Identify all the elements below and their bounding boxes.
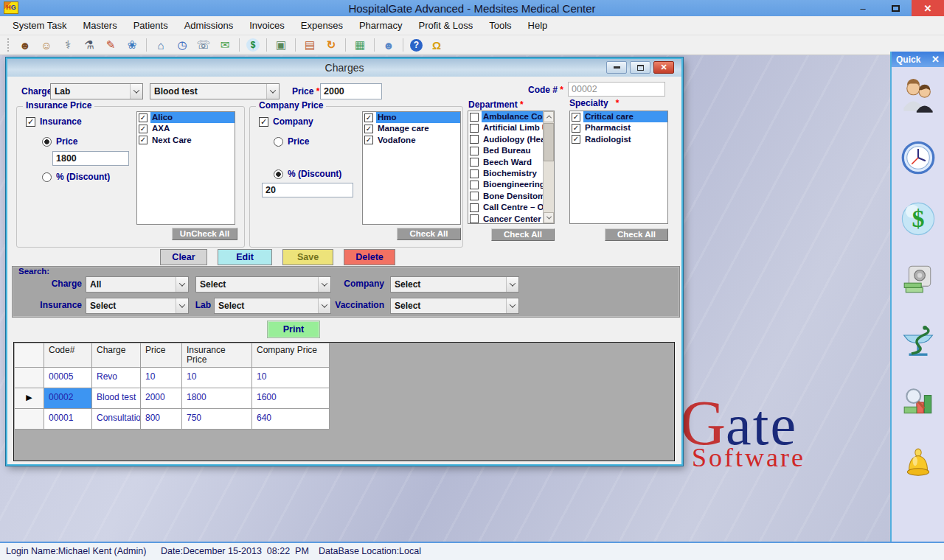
minimize-button[interactable]: – bbox=[847, 0, 879, 16]
chevron-down-icon[interactable] bbox=[318, 298, 330, 313]
specialty-listbox[interactable]: ✓Critical care ✓Pharmacist ✓Radiologist bbox=[569, 111, 668, 224]
grid-cell[interactable]: Blood test bbox=[92, 388, 141, 409]
pharmacy-shortcut-icon[interactable] bbox=[899, 322, 937, 360]
grid-cell[interactable]: 2000 bbox=[141, 388, 182, 409]
radio-unselected-icon[interactable] bbox=[42, 172, 52, 182]
insurance-price-radio-row[interactable]: Price bbox=[42, 136, 77, 147]
hospital-icon[interactable]: ⌂ bbox=[153, 38, 168, 52]
restore-button[interactable] bbox=[879, 0, 912, 16]
grid-cell[interactable]: Revo bbox=[92, 368, 141, 388]
checkbox-checked-icon[interactable]: ✓ bbox=[572, 124, 580, 133]
search-company-combobox[interactable]: Select bbox=[390, 276, 519, 293]
patient-icon[interactable]: ☺ bbox=[39, 38, 54, 52]
chevron-down-icon[interactable] bbox=[266, 84, 279, 99]
chevron-down-icon[interactable] bbox=[506, 277, 518, 292]
list-item[interactable]: ✓Hmo bbox=[363, 112, 460, 123]
grid-row-selector[interactable]: ▶ bbox=[15, 388, 44, 409]
phone-icon[interactable]: ☏ bbox=[196, 38, 211, 52]
company-checkbox-row[interactable]: ✓ Company bbox=[259, 116, 313, 127]
scrollbar-thumb[interactable] bbox=[544, 123, 554, 161]
grid-cell[interactable]: 750 bbox=[182, 409, 252, 430]
checkbox-checked-icon[interactable]: ✓ bbox=[139, 113, 148, 122]
checkbox-unchecked-icon[interactable] bbox=[470, 135, 479, 144]
insurance-checkbox-row[interactable]: ✓ Insurance bbox=[26, 116, 82, 127]
patients-icon[interactable]: ☻ bbox=[18, 38, 32, 52]
grid-cell[interactable]: 10 bbox=[252, 368, 330, 388]
money-icon[interactable]: $ bbox=[246, 38, 260, 52]
dialog-minimize-button[interactable] bbox=[606, 61, 627, 74]
list-item[interactable]: Bone Densitomitr bbox=[468, 191, 554, 202]
list-item[interactable]: Call Centre – Out bbox=[468, 202, 554, 213]
list-item[interactable]: ✓AXA bbox=[137, 123, 235, 134]
charges-shortcut-icon[interactable]: $ bbox=[899, 200, 937, 238]
cashbox-shortcut-icon[interactable] bbox=[899, 261, 937, 299]
checkbox-unchecked-icon[interactable] bbox=[470, 147, 479, 155]
menu-invoices[interactable]: Invoices bbox=[241, 16, 293, 35]
charge-category-combobox[interactable]: Lab bbox=[50, 83, 143, 99]
checkbox-checked-icon[interactable]: ✓ bbox=[364, 125, 373, 133]
insurance-listbox[interactable]: ✓Alico ✓AXA ✓Next Care bbox=[136, 111, 235, 225]
list-item[interactable]: ✓Alico bbox=[137, 112, 235, 123]
menu-help[interactable]: Help bbox=[520, 16, 556, 35]
checkbox-unchecked-icon[interactable] bbox=[470, 192, 479, 200]
list-item[interactable]: ✓Critical care bbox=[570, 111, 667, 122]
edit-button[interactable]: Edit bbox=[218, 249, 272, 265]
close-button[interactable]: ✕ bbox=[912, 0, 944, 16]
checkbox-unchecked-icon[interactable] bbox=[470, 113, 479, 122]
stock-icon[interactable]: ▦ bbox=[353, 38, 367, 52]
dialog-close-button[interactable]: ✕ bbox=[653, 61, 674, 74]
menu-profit-loss[interactable]: Profit & Loss bbox=[410, 16, 481, 35]
checkbox-checked-icon[interactable]: ✓ bbox=[572, 113, 580, 122]
delete-button[interactable]: Delete bbox=[344, 249, 395, 265]
search-lab-combobox[interactable]: Select bbox=[214, 298, 331, 314]
checkbox-checked-icon[interactable]: ✓ bbox=[259, 117, 268, 127]
quick-sidebar-close-icon[interactable]: ✕ bbox=[931, 54, 940, 65]
grid-row-selector[interactable] bbox=[15, 409, 44, 430]
checkbox-unchecked-icon[interactable] bbox=[470, 203, 479, 212]
grid-cell[interactable]: 00005 bbox=[44, 368, 92, 388]
list-item[interactable]: Biochemistry bbox=[468, 168, 554, 179]
company-discount-input[interactable] bbox=[262, 183, 353, 197]
lab-test-icon[interactable]: ⚗ bbox=[82, 38, 97, 52]
list-item[interactable]: ✓Manage care bbox=[363, 123, 460, 134]
list-item[interactable]: Cancer Center bbox=[468, 214, 554, 224]
menu-admissions[interactable]: Admissions bbox=[176, 16, 241, 35]
grid-row-selector[interactable] bbox=[15, 368, 44, 388]
print-button[interactable]: Print bbox=[267, 321, 320, 338]
company-listbox[interactable]: ✓Hmo ✓Manage care ✓Vodafone bbox=[362, 111, 461, 225]
list-item[interactable]: Ambulance Contr bbox=[468, 111, 554, 122]
list-item[interactable]: Bed Bureau bbox=[468, 145, 554, 156]
company-check-all-button[interactable]: Check All bbox=[397, 228, 461, 240]
checkbox-checked-icon[interactable]: ✓ bbox=[139, 125, 148, 133]
clear-button[interactable]: Clear bbox=[160, 249, 207, 265]
grid-cell[interactable]: 800 bbox=[141, 409, 182, 430]
invoice-icon[interactable]: ✉ bbox=[218, 38, 232, 52]
radio-selected-icon[interactable] bbox=[274, 169, 283, 179]
list-item[interactable]: ✓Vodafone bbox=[363, 135, 460, 146]
grid-column-header[interactable]: Company Price bbox=[252, 343, 330, 368]
grid-cell[interactable]: 10 bbox=[141, 368, 182, 388]
grid-cell-selected[interactable]: 00002 bbox=[44, 388, 92, 409]
scroll-down-icon[interactable] bbox=[544, 212, 554, 223]
checkbox-unchecked-icon[interactable] bbox=[470, 214, 479, 223]
checkbox-checked-icon[interactable]: ✓ bbox=[364, 113, 373, 122]
grid-cell[interactable]: 640 bbox=[252, 409, 330, 430]
expense-icon[interactable]: ▣ bbox=[274, 38, 288, 52]
checkbox-unchecked-icon[interactable] bbox=[470, 169, 479, 178]
grid-column-header[interactable]: Charge bbox=[92, 343, 141, 368]
checkbox-unchecked-icon[interactable] bbox=[470, 124, 479, 133]
injection-icon[interactable]: ⚕ bbox=[60, 38, 75, 52]
menu-system-task[interactable]: System Task bbox=[4, 16, 74, 35]
menu-masters[interactable]: Masters bbox=[74, 16, 125, 35]
company-price-radio-row[interactable]: Price bbox=[274, 136, 309, 147]
patients-shortcut-icon[interactable] bbox=[899, 77, 937, 116]
grid-cell[interactable]: 10 bbox=[182, 368, 252, 388]
prescription-icon[interactable]: ✎ bbox=[103, 38, 118, 52]
code-input[interactable] bbox=[568, 82, 665, 97]
price-input[interactable] bbox=[320, 83, 382, 99]
search-vaccination-combobox[interactable]: Select bbox=[390, 298, 519, 314]
grid-corner-cell[interactable] bbox=[15, 343, 44, 368]
list-item[interactable]: Bioengineering D bbox=[468, 179, 554, 190]
checkbox-checked-icon[interactable]: ✓ bbox=[364, 136, 373, 144]
insurance-discount-radio-row[interactable]: % (Discount) bbox=[42, 172, 110, 182]
